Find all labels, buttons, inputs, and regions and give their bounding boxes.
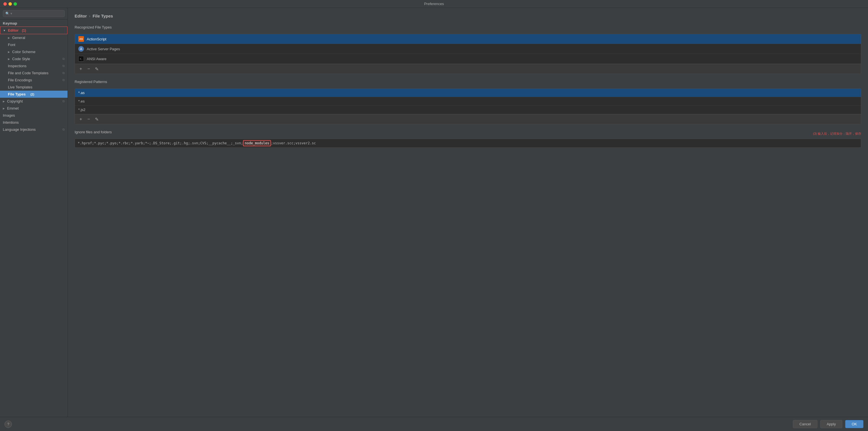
content-area: Editor › File Types Recognized File Type… — [68, 8, 868, 417]
file-type-icon-as: AS — [78, 36, 84, 42]
sidebar-item-images[interactable]: Images — [0, 112, 67, 119]
sidebar-item-file-encodings[interactable]: File Encodings ⧉ — [0, 76, 67, 84]
file-types-list: AS ActionScript Active Server Pages >_ A… — [74, 34, 861, 74]
sidebar-item-keymap[interactable]: Keymap — [0, 20, 67, 27]
recognized-toolbar: + − ✎ — [75, 64, 861, 74]
close-button[interactable] — [3, 2, 7, 6]
file-type-item-asp[interactable]: Active Server Pages — [75, 44, 861, 54]
ignore-annotation: (3) 输入后，记得加分；隔开，保存 — [813, 132, 862, 136]
minimize-button[interactable] — [8, 2, 12, 6]
sidebar-item-intentions[interactable]: Intentions — [0, 119, 67, 126]
traffic-lights — [3, 2, 17, 6]
copy-icon-copyright: ⧉ — [62, 99, 65, 103]
help-button[interactable]: ? — [4, 421, 12, 428]
svg-point-1 — [81, 48, 82, 49]
main-container: Keymap ▼ Editor (1) ▶ General Font ▶ Col… — [0, 8, 868, 417]
copy-icon-inspections: ⧉ — [62, 64, 65, 68]
file-type-label-actionscript: ActionScript — [87, 37, 106, 41]
titlebar: Preferences — [0, 0, 868, 8]
recognized-remove-button[interactable]: − — [86, 66, 92, 72]
breadcrumb-separator: › — [89, 14, 90, 18]
patterns-list: *.as *.es *.js2 + − ✎ — [74, 89, 861, 124]
pattern-item-js2[interactable]: *.js2 — [75, 106, 861, 114]
sidebar-item-inspections[interactable]: Inspections ⧉ — [0, 62, 67, 69]
expand-arrow-color-scheme: ▶ — [8, 51, 10, 54]
recognized-add-button[interactable]: + — [78, 66, 84, 72]
sidebar-item-general[interactable]: ▶ General — [0, 34, 67, 41]
bottom-bar: ? Cancel Apply OK — [0, 417, 868, 431]
sidebar-item-editor[interactable]: ▼ Editor (1) — [0, 27, 67, 34]
copy-icon-code-style: ⧉ — [62, 57, 65, 61]
ignore-text-after: ;vssver.scc;vssver2.sc — [271, 141, 316, 145]
expand-arrow-emmet: ▶ — [3, 107, 5, 110]
cancel-button[interactable]: Cancel — [793, 420, 817, 428]
copy-icon-lang-injections: ⧉ — [62, 128, 65, 131]
sidebar-item-file-and-code-templates[interactable]: File and Code Templates ⧉ — [0, 69, 67, 76]
file-type-label-ansi: ANSI Aware — [87, 57, 106, 61]
copy-icon-file-encodings: ⧉ — [62, 78, 65, 82]
expand-arrow-copyright: ▶ — [3, 100, 5, 103]
ignore-section: Ignore files and folders (3) 输入后，记得加分；隔开… — [74, 130, 861, 148]
ignore-field-content[interactable]: *.hprof;*.pyc;*.pyo;*.rbc;*.yarb;*~;.DS_… — [78, 141, 858, 145]
ignore-field-wrapper: *.hprof;*.pyc;*.pyo;*.rbc;*.yarb;*~;.DS_… — [74, 139, 861, 148]
breadcrumb-parent: Editor — [74, 13, 87, 19]
expand-arrow-editor: ▼ — [3, 29, 6, 32]
sidebar-item-file-types[interactable]: File Types (2) — [0, 91, 67, 98]
expand-arrow-general: ▶ — [8, 36, 10, 39]
patterns-edit-button[interactable]: ✎ — [94, 116, 100, 122]
sidebar: Keymap ▼ Editor (1) ▶ General Font ▶ Col… — [0, 8, 68, 417]
file-type-icon-asp — [78, 46, 84, 52]
breadcrumb: Editor › File Types — [74, 13, 861, 19]
copy-icon-file-templates: ⧉ — [62, 71, 65, 75]
registered-patterns-section: Registered Patterns *.as *.es *.js2 + − … — [74, 80, 861, 124]
ignore-highlight-node-modules: node_modules — [243, 140, 271, 146]
apply-button[interactable]: Apply — [820, 420, 843, 428]
bottom-left: ? — [4, 421, 12, 428]
patterns-toolbar: + − ✎ — [75, 114, 861, 124]
ignore-text-before: *.hprof;*.pyc;*.pyo;*.rbc;*.yarb;*~;.DS_… — [78, 141, 243, 145]
breadcrumb-current: File Types — [93, 13, 113, 19]
sidebar-item-live-templates[interactable]: Live Templates — [0, 84, 67, 91]
sidebar-item-color-scheme[interactable]: ▶ Color Scheme — [0, 48, 67, 55]
sidebar-item-copyright[interactable]: ▶ Copyright ⧉ — [0, 98, 67, 105]
file-type-item-actionscript[interactable]: AS ActionScript — [75, 34, 861, 44]
ignore-section-title: Ignore files and folders — [74, 130, 112, 134]
file-type-icon-ansi: >_ — [78, 56, 84, 62]
ok-button[interactable]: OK — [845, 420, 864, 428]
file-type-item-ansi[interactable]: >_ ANSI Aware — [75, 54, 861, 64]
sidebar-item-language-injections[interactable]: Language Injections ⧉ — [0, 126, 67, 133]
sidebar-item-code-style[interactable]: ▶ Code Style ⧉ — [0, 55, 67, 62]
maximize-button[interactable] — [13, 2, 17, 6]
recognized-edit-button[interactable]: ✎ — [94, 66, 100, 72]
registered-patterns-title: Registered Patterns — [74, 80, 861, 84]
recognized-file-types-section: Recognized File Types AS ActionScript Ac… — [74, 25, 861, 74]
patterns-remove-button[interactable]: − — [86, 116, 92, 122]
patterns-add-button[interactable]: + — [78, 116, 84, 122]
window-title: Preferences — [424, 2, 444, 6]
pattern-item-as[interactable]: *.as — [75, 89, 861, 97]
expand-arrow-code-style: ▶ — [8, 58, 10, 61]
search-input[interactable] — [3, 10, 65, 17]
file-type-label-asp: Active Server Pages — [87, 47, 120, 51]
sidebar-item-font[interactable]: Font — [0, 41, 67, 48]
recognized-file-types-title: Recognized File Types — [74, 25, 861, 29]
pattern-item-es[interactable]: *.es — [75, 97, 861, 106]
sidebar-search-wrapper — [0, 8, 67, 20]
sidebar-item-emmet[interactable]: ▶ Emmet — [0, 105, 67, 112]
svg-rect-2 — [80, 49, 82, 50]
